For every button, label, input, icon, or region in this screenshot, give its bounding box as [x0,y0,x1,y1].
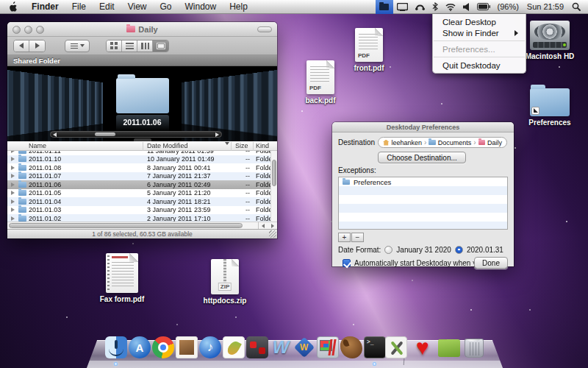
exception-list-item[interactable]: Preferences [339,177,507,186]
icon-view-button[interactable] [107,40,122,52]
dock-item-documents-folder[interactable] [438,336,460,358]
dock-item-word[interactable]: W [270,336,292,358]
menu-go[interactable]: Go [154,0,179,14]
coverflow-pane[interactable]: 2011.01.06 [7,66,277,141]
table-row-selected[interactable]: 2011.01.066 January 2011 02:49--Folder [7,180,277,189]
table-row[interactable]: 2011.01.055 January 2011 21:20--Folder [7,189,277,198]
radio-date-long[interactable] [384,246,392,254]
add-exception-button[interactable]: + [338,233,351,242]
forward-button[interactable] [29,40,45,52]
disclosure-triangle-icon[interactable] [11,191,15,195]
desktoday-menu-extra[interactable] [376,0,393,14]
displays-menu-extra[interactable] [393,0,412,14]
menu-item-show-in-finder[interactable]: Show in Finder [433,27,526,38]
remove-exception-button[interactable]: − [351,233,364,242]
column-header-kind[interactable]: Kind [256,142,269,149]
desktop-icon-macintosh-hd[interactable]: Macintosh HD [520,21,579,60]
coverflow-scrollbar[interactable] [50,131,222,138]
column-header-name[interactable]: Name [29,142,46,149]
disclosure-triangle-icon[interactable] [11,208,15,212]
column-view-button[interactable] [137,40,153,52]
scroll-right-icon[interactable] [215,132,219,137]
menu-finder[interactable]: Finder [25,0,65,14]
dock-item-game-app[interactable] [340,336,362,358]
table-row[interactable]: 2011.01.033 January 2011 23:59--Folder [7,206,277,215]
finder-title-bar[interactable]: Daily [7,22,277,37]
dock-item-word-alt[interactable]: W [293,336,315,358]
volume-menu-extra[interactable] [459,0,473,14]
battery-percentage[interactable]: (96%) [494,2,523,11]
menu-file[interactable]: File [65,0,93,14]
path-segment-home[interactable]: leehanken [391,139,422,146]
exceptions-list[interactable]: Preferences [338,177,508,230]
scroll-left-icon[interactable] [53,132,57,137]
done-button[interactable]: Done [474,257,508,269]
table-row[interactable]: 2011.01.044 January 2011 18:21--Folder [7,197,277,206]
menu-item-preferences[interactable]: Preferences... [433,43,526,54]
coverflow-scroll-thumb[interactable] [95,132,115,136]
desktop-icon-fax-form-pdf[interactable]: Fax form.pdf [87,253,157,303]
dock-item-chrome[interactable] [152,336,174,358]
choose-destination-button[interactable]: Choose Destination... [378,152,466,163]
dock-item-parallels[interactable] [317,336,339,358]
dock-item-heart-app[interactable]: ♥ [412,336,434,358]
dock-item-trash[interactable] [463,336,485,358]
dock-item-app-store[interactable]: A [129,336,151,358]
column-header-date[interactable]: Date Modified [147,142,188,149]
table-row[interactable]: 2011.01.022 January 2011 17:10--Folder [7,214,277,222]
path-segment-documents[interactable]: Documents [438,139,472,146]
toolbar-toggle-button[interactable] [257,26,272,32]
dock-item-graphics-app[interactable] [223,336,245,358]
table-row[interactable]: 2011.01.077 January 2011 21:37--Folder [7,172,277,181]
menu-bar-clock[interactable]: Sun 21:59 [523,2,568,11]
dock-item-finder[interactable] [105,336,127,358]
autostart-checkbox[interactable] [343,259,351,267]
dock-item-itunes[interactable]: ♪ [199,336,221,358]
radio-date-short[interactable] [455,246,463,254]
coverflow-selected-folder-icon[interactable] [116,78,169,113]
menu-help[interactable]: Help [223,0,254,14]
disclosure-triangle-icon[interactable] [11,199,15,204]
dock-item-toolbox-app[interactable] [385,336,407,358]
apple-menu[interactable] [0,1,25,12]
menu-edit[interactable]: Edit [93,0,121,14]
destination-path-control[interactable]: leehanken › Documents › Daily [378,137,507,148]
horizontal-scroll-thumb[interactable] [9,223,243,228]
dock-item-media-app[interactable] [246,336,268,358]
dock-item-terminal[interactable]: >_ [364,336,386,358]
desktop-icon-front-pdf[interactable]: PDF front.pdf [340,28,398,72]
back-button[interactable] [14,40,29,52]
column-header-size[interactable]: Size [235,142,248,149]
table-row[interactable]: 2011.01.1010 January 2011 01:49--Folder [7,155,277,164]
table-row[interactable]: 2011.01.088 January 2011 00:41--Folder [7,163,277,172]
coverflow-view-button[interactable] [153,40,168,52]
disclosure-triangle-icon[interactable] [11,151,15,153]
menu-view[interactable]: View [121,0,154,14]
arrange-menu-button[interactable] [65,40,90,52]
resize-grip[interactable] [269,230,276,238]
battery-menu-extra[interactable] [473,0,494,14]
zoom-button[interactable] [36,26,44,34]
menu-item-clear-desktop[interactable]: Clear Desktop [433,16,526,27]
path-segment-daily[interactable]: Daily [487,139,502,146]
list-view-button[interactable] [122,40,137,52]
coverflow-left-stack[interactable] [7,66,103,141]
wifi-menu-extra[interactable] [442,0,459,14]
modem-menu-extra[interactable] [412,0,429,14]
disclosure-triangle-icon[interactable] [11,183,15,187]
menu-item-quit-desktoday[interactable]: Quit Desktoday [433,60,526,71]
desktop-icon-httpdocs-zip[interactable]: ZIP httpdocs.zip [190,259,260,305]
minimize-button[interactable] [24,26,32,34]
coverflow-right-stack[interactable] [182,66,277,141]
spotlight-menu-extra[interactable] [568,0,588,14]
vertical-scroll-thumb[interactable] [272,160,276,186]
horizontal-scrollbar[interactable] [7,222,277,229]
disclosure-triangle-icon[interactable] [11,166,15,170]
menu-window[interactable]: Window [179,0,223,14]
close-button[interactable] [12,26,21,34]
preferences-title-bar[interactable]: Desktoday Preferences [332,122,514,132]
disclosure-triangle-icon[interactable] [11,157,15,161]
bluetooth-menu-extra[interactable] [429,0,442,14]
dock-item-mail[interactable] [176,336,198,358]
desktop-icon-preferences-folder[interactable]: Preferences [520,88,579,127]
